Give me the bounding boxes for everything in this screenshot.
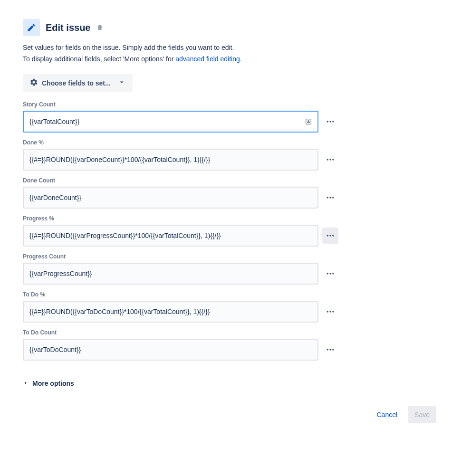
field-group: To Do % [23,291,448,323]
field-more-actions-button[interactable] [322,228,338,244]
svg-point-11 [327,235,328,236]
svg-point-9 [329,197,331,198]
description-line2: To display additional fields, select 'Mo… [23,55,448,63]
field-group: Progress % [23,215,448,247]
page-title: Edit issue [46,22,90,33]
description-line1: Set values for fields on the issue. Simp… [23,44,448,51]
field-group: Done Count [23,177,448,209]
field-row [23,111,448,133]
field-more-actions-button[interactable] [322,114,338,130]
field-input[interactable] [23,263,318,285]
gear-icon [29,78,38,88]
input-wrap [23,263,318,285]
pencil-icon [23,19,40,36]
field-more-actions-button[interactable] [322,304,338,320]
field-label: To Do Count [23,329,448,336]
svg-point-7 [332,159,334,160]
svg-point-17 [327,311,328,312]
field-input[interactable] [23,339,318,361]
svg-point-1 [308,120,309,122]
svg-point-13 [332,235,334,236]
field-input[interactable] [23,225,318,247]
more-options-toggle[interactable]: More options [23,380,74,387]
fields-list: Story CountDone %Done CountProgress %Pro… [23,101,448,361]
field-input[interactable] [23,187,318,209]
field-label: Story Count [23,101,448,108]
field-group: Progress Count [23,253,448,285]
field-group: To Do Count [23,329,448,361]
input-wrap [23,187,318,209]
trash-icon[interactable] [96,24,104,31]
field-row [23,263,448,285]
input-wrap [23,225,318,247]
field-label: Progress % [23,215,448,222]
field-label: To Do % [23,291,448,298]
svg-point-22 [332,349,334,350]
field-more-actions-button[interactable] [322,266,338,282]
field-more-actions-button[interactable] [322,152,338,168]
input-wrap [23,149,318,171]
svg-point-19 [332,311,334,312]
field-row [23,225,448,247]
footer-buttons: Cancel Save [23,406,436,423]
field-more-actions-button[interactable] [322,190,338,206]
svg-point-2 [327,121,328,122]
header: Edit issue [23,19,448,36]
svg-point-4 [332,121,334,122]
field-input[interactable] [23,149,318,171]
cancel-button[interactable]: Cancel [370,406,404,423]
more-options-label: More options [32,380,74,387]
field-more-actions-button[interactable] [322,342,338,358]
svg-point-18 [329,311,331,312]
field-row [23,187,448,209]
svg-point-10 [332,197,334,198]
svg-point-14 [327,273,328,274]
svg-point-6 [329,159,331,160]
svg-point-21 [329,349,331,350]
svg-point-16 [332,273,334,274]
input-wrap [23,339,318,361]
field-input[interactable] [23,301,318,323]
svg-point-3 [329,121,331,122]
chevron-down-icon [117,78,126,88]
field-row [23,149,448,171]
input-wrap [23,301,318,323]
field-row [23,301,448,323]
choose-fields-label: Choose fields to set... [42,79,111,87]
field-label: Progress Count [23,253,448,260]
svg-point-5 [327,159,328,160]
field-label: Done Count [23,177,448,184]
contact-card-icon[interactable] [304,117,313,126]
svg-point-12 [329,235,331,236]
description-line2-suffix: . [240,55,242,63]
svg-point-15 [329,273,331,274]
svg-point-8 [327,197,328,198]
svg-point-20 [327,349,328,350]
choose-fields-button[interactable]: Choose fields to set... [23,74,133,92]
chevron-right-icon [23,380,29,387]
input-wrap [23,111,318,133]
advanced-field-editing-link[interactable]: advanced field editing [175,55,240,63]
save-button[interactable]: Save [408,406,436,423]
field-input[interactable] [23,111,318,133]
field-label: Done % [23,139,448,146]
field-group: Story Count [23,101,448,133]
description-line2-prefix: To display additional fields, select 'Mo… [23,55,175,63]
field-row [23,339,448,361]
field-group: Done % [23,139,448,171]
